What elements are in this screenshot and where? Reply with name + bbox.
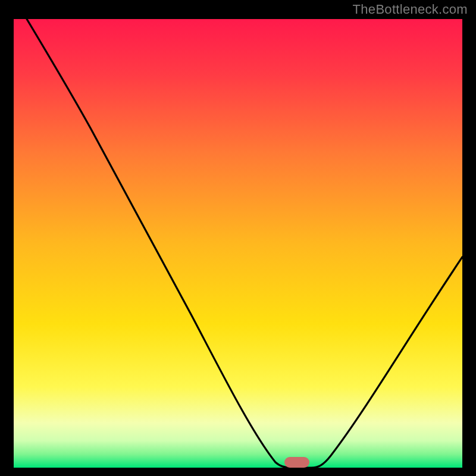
bottleneck-plot: [14, 19, 462, 468]
optimum-marker: [284, 457, 309, 468]
chart-container: TheBottleneck.com: [0, 0, 476, 476]
gradient-backdrop: [14, 19, 462, 468]
watermark-text: TheBottleneck.com: [353, 2, 468, 17]
